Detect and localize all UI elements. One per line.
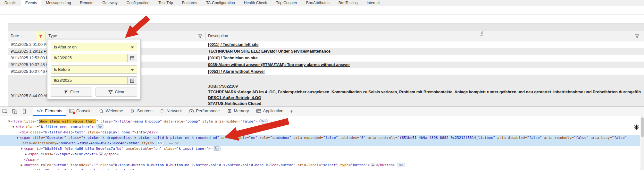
description-link[interactable]: [0011] / Technician left site bbox=[208, 42, 644, 47]
dom-tree-line[interactable]: ▼<div class="k-filter-menu-container">fl… bbox=[0, 124, 640, 130]
code-token: "b8a50fc5-fd9a-4a86-b56a-5ece4ac7afbd" bbox=[43, 147, 124, 151]
devtools-tab-welcome[interactable]: Welcome bbox=[95, 107, 127, 116]
tab-health-check[interactable]: Health Check bbox=[239, 0, 272, 6]
tab-ta-configuration[interactable]: TA-Configuration bbox=[202, 0, 239, 6]
description-link[interactable]: TECHNICIAN ON SITE ELE: Elevator Under S… bbox=[208, 49, 644, 54]
devtools-tab-sources[interactable]: Sources bbox=[127, 107, 156, 116]
description-link[interactable]: [0010] / Technician on site bbox=[208, 56, 644, 61]
code-token: <button bbox=[24, 163, 38, 167]
code-token: "on" bbox=[249, 136, 257, 140]
code-token: "f651be51-4b9a-4898-8882-0c23212f3314_li… bbox=[397, 136, 495, 140]
code-token: == $0 bbox=[164, 141, 179, 145]
event-date: 9/11/2025 2:01:00 PM bbox=[11, 42, 50, 47]
code-token: "Operator" bbox=[45, 168, 66, 170]
dom-tree-line[interactable]: </span> bbox=[0, 157, 640, 162]
filter-date1-input[interactable]: 8/23/2025 bbox=[51, 54, 137, 62]
collapsed-arrow-icon[interactable]: ▶ bbox=[24, 151, 28, 157]
devtools-tab-memory[interactable]: Memory bbox=[223, 107, 253, 116]
dock-side-icon[interactable] bbox=[19, 107, 29, 116]
code-token: <form bbox=[11, 119, 22, 123]
dom-tree-line[interactable]: ▼<form title="Show items with value that… bbox=[0, 119, 640, 124]
tab-trip-counter[interactable]: Trip Counter bbox=[272, 0, 302, 6]
code-token: aria-describedby= bbox=[22, 141, 59, 145]
expand-inline-button[interactable]: … bbox=[99, 152, 104, 156]
scrollbar-thumb[interactable] bbox=[641, 117, 644, 137]
column-header-type[interactable]: Type bbox=[48, 34, 57, 38]
inspect-element-icon[interactable] bbox=[0, 107, 10, 116]
clear-filter-button[interactable]: Clear bbox=[96, 88, 137, 97]
collapsed-arrow-icon[interactable]: ▶ bbox=[15, 168, 20, 170]
filter-button[interactable]: Filter bbox=[51, 88, 92, 97]
tab-remote[interactable]: Remote bbox=[75, 0, 98, 6]
event-date: 9/11/2025 8:44:00 AM bbox=[11, 94, 49, 98]
type-filter-button[interactable] bbox=[197, 33, 203, 39]
application-icon bbox=[256, 108, 261, 114]
more-tabs-button[interactable]: + bbox=[287, 107, 296, 116]
filter-date2-input[interactable]: 9/23/2025 bbox=[51, 76, 137, 85]
performance-icon bbox=[189, 108, 194, 114]
devtools-toolbar: </>ElementsConsoleWelcomeSourcesNetworkP… bbox=[0, 107, 644, 116]
code-token: class= bbox=[98, 163, 113, 167]
calendar-icon[interactable] bbox=[127, 54, 137, 62]
expand-arrow-icon[interactable]: ▼ bbox=[20, 146, 24, 151]
tab-brmtesting[interactable]: BrmTesting bbox=[334, 0, 362, 6]
flex-badge: flex bbox=[96, 124, 104, 129]
tab-gateway[interactable]: Gateway bbox=[98, 0, 122, 6]
calendar-icon[interactable] bbox=[127, 77, 137, 84]
dom-tree-line[interactable]: <div class="k-filter-help-text" style="d… bbox=[0, 130, 640, 135]
devtools-scrollbar[interactable] bbox=[640, 116, 644, 170]
devtools-tab-network[interactable]: Network bbox=[156, 107, 185, 116]
tab-brmattributes[interactable]: BrmAttributes bbox=[302, 0, 334, 6]
tab-messages-log[interactable]: Messages Log bbox=[41, 0, 75, 6]
event-description: [0011] / Technician left site bbox=[208, 41, 644, 48]
description-link[interactable]: JOB#:75022109 bbox=[208, 83, 644, 89]
collapsed-arrow-icon[interactable]: ▶ bbox=[20, 162, 24, 168]
code-token: tabindex= bbox=[338, 136, 359, 140]
tab-test-trip[interactable]: Test Trip bbox=[154, 0, 177, 6]
event-description: [0010] / Technician on site bbox=[208, 55, 644, 62]
expand-arrow-icon[interactable]: ▼ bbox=[11, 124, 15, 130]
description-link[interactable]: TECHREMARK:Anlage AB im 4. OG, Fehlerspe… bbox=[208, 89, 644, 95]
description-link[interactable]: DESC1:Außer Betrieb; 4.OG bbox=[208, 95, 644, 101]
description-link[interactable]: 0035-Alarm without answer (ETMA/TAM): To… bbox=[208, 63, 644, 67]
column-header-description[interactable]: Description bbox=[208, 34, 228, 38]
toolbar-divider bbox=[0, 14, 644, 15]
code-token: "k-filter-menu k-popup" bbox=[113, 119, 162, 123]
devtools-tab-performance[interactable]: Performance bbox=[185, 107, 223, 116]
dom-tree-line[interactable]: ▶<span title="Operator" class="k-picker … bbox=[0, 168, 640, 170]
filter-operator2-dropdown[interactable]: Is Before bbox=[51, 65, 137, 74]
code-token: class= bbox=[24, 125, 39, 129]
date-filter-button[interactable] bbox=[36, 31, 45, 41]
tab-details[interactable]: Details bbox=[0, 0, 21, 6]
filter-operator1-dropdown[interactable]: Is After or on bbox=[51, 43, 137, 51]
dom-tree-line[interactable]: ▼<span title="Operator" class="k-picker … bbox=[0, 135, 640, 140]
dom-tree-line[interactable]: ▼<span id="b8a50fc5-fd9a-4a86-b56a-5ece4… bbox=[0, 146, 640, 151]
code-token: class= bbox=[66, 168, 81, 170]
expand-inline-button[interactable]: … bbox=[371, 163, 375, 166]
devtools-tab-application[interactable]: Application bbox=[253, 107, 287, 116]
code-token: "select" bbox=[321, 163, 338, 167]
code-token: unselectable= bbox=[219, 136, 249, 140]
code-token: <span bbox=[20, 136, 30, 140]
device-toolbar-icon[interactable] bbox=[10, 107, 19, 116]
code-token: data-role= bbox=[162, 119, 185, 123]
devtools-tab-console[interactable]: Console bbox=[66, 107, 95, 116]
tab-configuration[interactable]: Configuration bbox=[122, 0, 154, 6]
column-header-date[interactable]: Date↓ bbox=[11, 34, 23, 38]
code-token: "k-picker k-dropdownlist k-picker-solid … bbox=[81, 136, 219, 140]
tab-internal[interactable]: Internal bbox=[362, 0, 384, 6]
tab-features[interactable]: Features bbox=[178, 0, 202, 6]
code-token: "k-input-value-text" bbox=[53, 152, 96, 156]
devtools-tab-elements[interactable]: </>Elements bbox=[33, 107, 66, 116]
dom-tree-line[interactable]: ▶<span class="k-input-value-text">…</spa… bbox=[0, 151, 640, 157]
expand-arrow-icon[interactable]: ▼ bbox=[15, 135, 20, 140]
description-link[interactable]: [0053] / Alarm without Answer bbox=[208, 69, 644, 74]
event-date: 9/11/2025 12:53:00 PM bbox=[11, 56, 52, 60]
description-filter-button[interactable] bbox=[634, 33, 640, 39]
tab-events[interactable]: Events bbox=[21, 0, 42, 6]
expand-arrow-icon[interactable]: ▼ bbox=[7, 119, 11, 124]
dom-tree-line[interactable]: aria-describedby="b8a50fc5-fd9a-4a86-b56… bbox=[0, 140, 640, 146]
code-token: class= bbox=[66, 136, 81, 140]
dom-tree-line[interactable]: ▶<button role="button" tabindex="-1" cla… bbox=[0, 162, 640, 168]
code-token: <div bbox=[20, 130, 28, 134]
